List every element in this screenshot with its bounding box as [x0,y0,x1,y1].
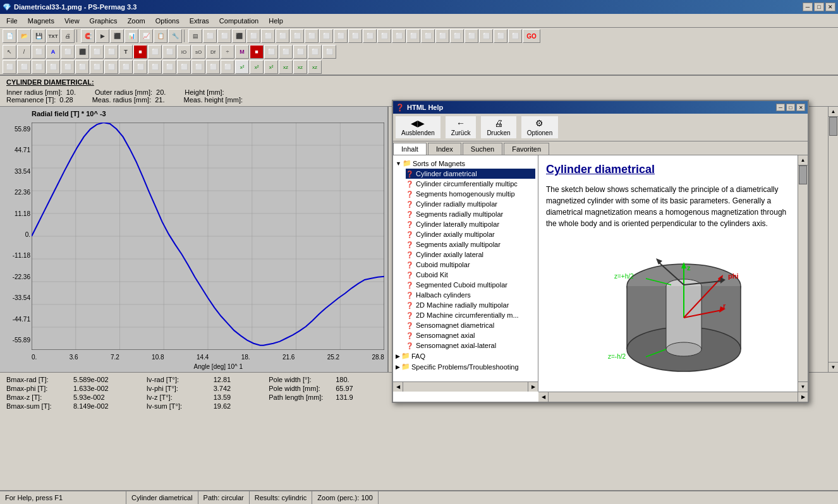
tb2-18[interactable]: ■ [250,45,264,59]
tb-c22[interactable]: ⬜ [494,29,507,43]
content-scroll-up[interactable]: ▲ [798,155,808,165]
content-scroll-down[interactable]: ▼ [798,381,808,392]
tb2-16[interactable]: ÷ [221,45,234,59]
tb-go[interactable]: GO [523,29,540,43]
tb-b5[interactable]: 📈 [139,29,153,43]
tb2-22[interactable]: ⬜ [308,45,322,59]
tb-c23[interactable]: ⬜ [508,29,522,43]
tb-b4[interactable]: 📊 [124,29,138,43]
tb-c18[interactable]: ⬜ [435,29,449,43]
tb-text[interactable]: TXT [46,29,60,43]
tree-segments-homogenously[interactable]: ❓ Segments homogenously multip [406,189,535,199]
tb2-5[interactable]: ⬜ [61,45,75,59]
tb3-9[interactable]: ⬜ [119,60,133,74]
help-options-button[interactable]: ⚙ Optionen [521,116,559,138]
menu-file[interactable]: File [1,16,23,26]
tree-cylinder-axially-lateral[interactable]: ❓ Cylinder axially lateral [406,249,535,260]
tb-c3[interactable]: ⬜ [217,29,231,43]
tb2-7[interactable]: ⬜ [90,45,104,59]
tb3-4[interactable]: ⬜ [46,60,60,74]
help-print-button[interactable]: 🖨 Drucken [481,116,516,138]
tb-print[interactable]: 🖨 [61,29,75,43]
tb2-23[interactable]: ⬜ [322,45,336,59]
content-scrollbar[interactable]: ▲ ▼ [798,155,808,392]
tb-c6[interactable]: ⬜ [261,29,275,43]
tree-cylinder-diametrical[interactable]: ❓ Cylinder diametrical [406,169,535,179]
scroll-up-button[interactable]: ▲ [829,107,838,117]
tb3-8[interactable]: ⬜ [104,60,118,74]
tb2-13[interactable]: IO [177,45,191,59]
tree-2d-machine-circ[interactable]: ❓ 2D Machine circumferentially m... [406,310,535,320]
menu-help[interactable]: Help [264,16,288,26]
tb3-14[interactable]: ⬜ [191,60,205,74]
content-scroll-right[interactable]: ▶ [798,392,808,402]
tab-inhalt[interactable]: Inhalt [393,143,427,155]
tree-cylinder-circumferentially[interactable]: ❓ Cylinder circumferentially multipc [406,179,535,189]
tree-halbach[interactable]: ❓ Halbach cylinders [406,290,535,300]
close-button[interactable]: ✕ [825,3,835,11]
tb2-1[interactable]: ↖ [3,45,16,59]
tb-open[interactable]: 📂 [17,29,31,43]
tb-save[interactable]: 💾 [32,29,46,43]
tb-b2[interactable]: ▶ [95,29,109,43]
tb2-10[interactable]: ■ [133,45,147,59]
tb3-17[interactable]: x² [235,60,249,74]
tb2-20[interactable]: ⬜ [279,45,293,59]
tree-sorts-folder[interactable]: ▼ 📁 Sorts of Magnets [396,158,535,169]
tree-cylinder-axially[interactable]: ❓ Cylinder axially multipolar [406,229,535,239]
tree-cylinder-laterally[interactable]: ❓ Cylinder laterally multipolar [406,219,535,229]
tb2-19[interactable]: ⬜ [264,45,278,59]
help-tree[interactable]: ▼ 📁 Sorts of Magnets ❓ Cylinder diametri… [393,155,538,381]
tb2-11[interactable]: ⬜ [148,45,162,59]
tree-cuboid-multipolar[interactable]: ❓ Cuboid multipolar [406,260,535,270]
scroll-thumb[interactable] [829,117,837,136]
tree-segments-radially[interactable]: ❓ Segments radially multipolar [406,209,535,219]
tb-new[interactable]: 📄 [3,29,16,43]
help-hide-button[interactable]: ◀▶ Ausblenden [396,116,440,138]
menu-view[interactable]: View [59,16,85,26]
tb-c20[interactable]: ⬜ [465,29,478,43]
tree-specific-folder[interactable]: ▶ 📁 Specific Problems/Troubleshooting [396,361,535,372]
tb-b7[interactable]: 🔧 [168,29,182,43]
tb-c11[interactable]: ⬜ [334,29,348,43]
tb3-10[interactable]: ⬜ [133,60,147,74]
help-minimize[interactable]: ─ [776,104,785,111]
tree-scroll-right[interactable]: ▶ [528,382,538,392]
tb3-5[interactable]: ⬜ [61,60,75,74]
tree-cuboid-kit[interactable]: ❓ Cuboid Kit [406,270,535,280]
tb2-6[interactable]: ⬛ [75,45,89,59]
content-scroll-left[interactable]: ◀ [538,392,549,402]
tree-scroll-left[interactable]: ◀ [393,382,403,392]
tb-c1[interactable]: ▤ [188,29,202,43]
tab-index[interactable]: Index [428,143,461,155]
tb-b1[interactable]: 🧲 [81,29,95,43]
tree-segmented-cuboid[interactable]: ❓ Segmented Cuboid multipolar [406,280,535,290]
scroll-down-button[interactable]: ▼ [829,362,838,372]
tb-c9[interactable]: ⬜ [305,29,319,43]
tb-c17[interactable]: ⬜ [421,29,435,43]
content-hscrollbar[interactable]: ◀ ▶ [538,392,808,402]
tree-segments-axially[interactable]: ❓ Segments axially multipolar [406,239,535,249]
help-close[interactable]: ✕ [796,104,805,111]
tb2-15[interactable]: Df [206,45,220,59]
tree-faq-folder[interactable]: ▶ 📁 FAQ [396,351,535,361]
tb3-7[interactable]: ⬜ [90,60,104,74]
help-maximize[interactable]: □ [786,104,795,111]
tb3-16[interactable]: ⬜ [221,60,234,74]
tb-c12[interactable]: ⬜ [348,29,362,43]
tab-favoriten[interactable]: Favoriten [504,143,549,155]
tb3-11[interactable]: ⬜ [148,60,162,74]
tb2-4[interactable]: A [46,45,60,59]
tree-sensomagnet-axial[interactable]: ❓ Sensomagnet axial [406,330,535,340]
menu-extras[interactable]: Extras [185,16,214,26]
menu-computation[interactable]: Computation [214,16,264,26]
tb2-2[interactable]: / [17,45,31,59]
tb2-21[interactable]: ⬜ [293,45,307,59]
tb3-19[interactable]: x² [264,60,278,74]
tb3-2[interactable]: ⬜ [17,60,31,74]
tb3-18[interactable]: x² [250,60,264,74]
tb2-12[interactable]: ⬜ [162,45,176,59]
tb-c10[interactable]: ⬜ [319,29,333,43]
maximize-button[interactable]: □ [814,3,824,11]
tb3-6[interactable]: ⬜ [75,60,89,74]
